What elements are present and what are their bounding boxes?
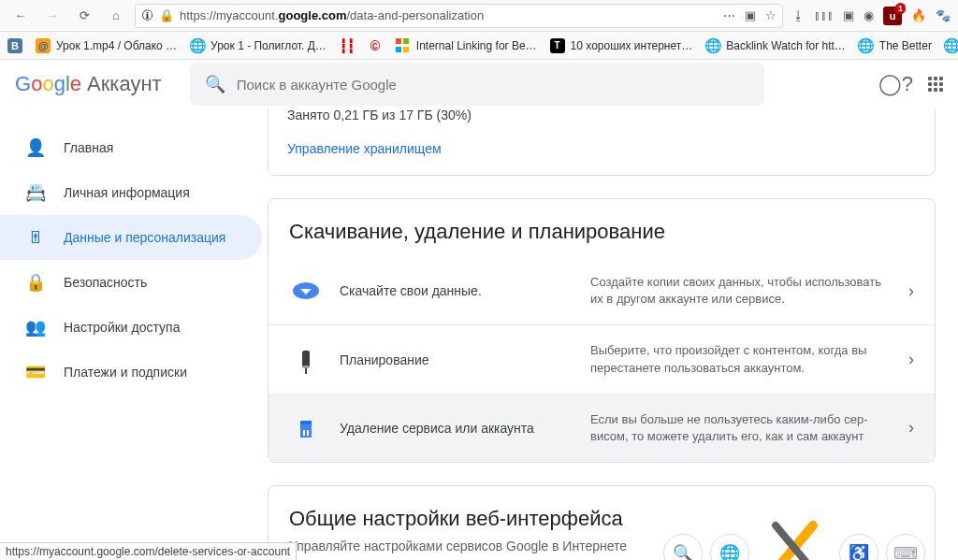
back-button[interactable]: ← <box>7 3 34 29</box>
bookmark-item[interactable]: T10 хороших интернет… <box>550 38 693 53</box>
svg-rect-6 <box>307 430 309 436</box>
bookmark-label: 10 хороших интернет… <box>571 39 693 52</box>
bookmark-label: Internal Linking for Be… <box>416 39 537 52</box>
shield-icon: 🛈 <box>141 8 153 22</box>
chevron-right-icon: › <box>908 281 914 301</box>
help-icon[interactable]: ◯? <box>878 72 913 96</box>
bookmark-item[interactable]: 🌐Нетология | Landing … <box>945 38 958 53</box>
sidebar: 👤Главная📇Личная информация🎚Данные и перс… <box>0 108 262 560</box>
sidebar-item-label: Данные и персонализация <box>64 230 225 245</box>
row-desc: Выберите, что произойдет с контентом, ко… <box>590 342 892 376</box>
sidebar-item-label: Главная <box>64 140 113 155</box>
sidebar-icon: 👥 <box>24 317 47 337</box>
ublock-icon[interactable]: u1 <box>883 7 902 25</box>
sidebar-icon: 👤 <box>24 137 47 158</box>
bookmark-item[interactable]: 🌐The Better <box>859 38 932 53</box>
main: Занято 0,21 ГБ из 17 ГБ (30%) Управление… <box>262 108 958 560</box>
apps-grid-icon[interactable] <box>928 77 943 92</box>
storage-manage-link[interactable]: Управление хранилищем <box>287 141 442 156</box>
input-icon: ⌨ <box>886 534 925 560</box>
ublock-badge: 1 <box>895 3 906 14</box>
pocket-icon[interactable]: ◉ <box>864 8 874 22</box>
favicon: T <box>550 38 565 53</box>
favicon: @ <box>36 38 51 53</box>
search-input[interactable] <box>237 77 749 93</box>
svg-rect-5 <box>303 430 305 436</box>
language-icon: 🌐 <box>710 534 749 560</box>
sidebar-item-1[interactable]: 📇Личная информация <box>0 170 262 215</box>
favicon <box>396 38 411 53</box>
bookmark-item[interactable]: 🌐Урок 1 - Полиглот. Д… <box>190 38 327 53</box>
sidebar-icon: 📇 <box>24 182 47 203</box>
row-desc: Создайте копии своих данных, чтобы испол… <box>590 274 892 308</box>
bookmark-item[interactable]: Internal Linking for Be… <box>396 38 537 53</box>
favicon: ┇┇ <box>340 38 355 53</box>
bookmarks-bar: B@Урок 1.mp4 / Облако …🌐Урок 1 - Полигло… <box>0 32 958 60</box>
row-icon <box>289 411 323 445</box>
bookmark-label: Backlink Watch for htt… <box>726 39 846 52</box>
bookmark-label: Урок 1 - Полиглот. Д… <box>210 39 327 52</box>
sidebar-item-label: Настройки доступа <box>64 320 180 335</box>
sidebar-icon: 🎚 <box>24 228 47 248</box>
favicon: © <box>368 38 383 53</box>
app-header: Google Аккаунт 🔍 ◯? <box>0 60 958 108</box>
star-icon[interactable]: ☆ <box>765 8 777 22</box>
favicon: 🌐 <box>190 38 205 53</box>
section-row-1[interactable]: ПланированиеВыберите, что произойдет с к… <box>269 324 935 393</box>
bookmark-item[interactable]: © <box>368 38 383 53</box>
account-label: Аккаунт <box>87 72 162 96</box>
status-bar: https://myaccount.google.com/delete-serv… <box>0 542 297 560</box>
svg-rect-1 <box>302 351 310 367</box>
sidebar-item-label: Личная информация <box>64 185 190 200</box>
bookmark-label: Урок 1.mp4 / Облако … <box>56 39 177 52</box>
search-box[interactable]: 🔍 <box>190 63 764 106</box>
download-section-title: Скачивание, удаление и планирование <box>269 199 935 257</box>
row-title: Скачайте свои данные. <box>340 283 573 298</box>
download-delete-card: Скачивание, удаление и планирование Скач… <box>268 198 936 463</box>
meatball-icon[interactable]: ⋯ <box>723 8 735 22</box>
sidebar-item-5[interactable]: 💳Платежи и подписки <box>0 350 262 395</box>
sidebar-item-3[interactable]: 🔒Безопасность <box>0 260 262 305</box>
downloads-icon[interactable]: ⭳ <box>792 8 805 22</box>
sidebar-item-0[interactable]: 👤Главная <box>0 125 262 170</box>
row-desc: Если вы больше не пользуетесь каким-либо… <box>590 411 892 445</box>
reader-icon[interactable]: ▣ <box>745 8 756 22</box>
bookmark-label: The Better <box>879 39 932 52</box>
storage-usage-text: Занято 0,21 ГБ из 17 ГБ (30%) <box>269 108 935 122</box>
chevron-right-icon: › <box>908 350 914 369</box>
chevron-right-icon: › <box>908 418 914 438</box>
bookmark-item[interactable]: ┇┇ <box>340 38 355 53</box>
home-button[interactable]: ⌂ <box>103 3 129 29</box>
svg-rect-2 <box>303 366 309 368</box>
paw-icon[interactable]: 🐾 <box>936 8 951 22</box>
reload-button[interactable]: ⟳ <box>71 3 97 29</box>
sidebar-icon[interactable]: ▣ <box>843 8 854 22</box>
sidebar-item-4[interactable]: 👥Настройки доступа <box>0 305 262 350</box>
bookmark-item[interactable]: 🌐Backlink Watch for htt… <box>705 38 846 53</box>
favicon: 🌐 <box>859 38 874 53</box>
section-row-2[interactable]: Удаление сервиса или аккаунтаЕсли вы бол… <box>269 394 935 462</box>
magnifier-icon: 🔍 <box>663 534 703 560</box>
forward-button[interactable]: → <box>39 3 65 29</box>
favicon: 🌐 <box>705 38 720 53</box>
row-title: Удаление сервиса или аккаунта <box>340 421 573 436</box>
sidebar-item-2[interactable]: 🎚Данные и персонализация <box>0 215 262 260</box>
section-row-0[interactable]: Скачайте свои данные.Создайте копии свои… <box>269 257 935 324</box>
favicon: B <box>7 38 22 53</box>
url-text: https://myaccount.google.com/data-and-pe… <box>180 8 712 22</box>
tools-svg-icon <box>757 516 832 560</box>
sidebar-icon: 🔒 <box>24 272 47 293</box>
sidebar-item-label: Безопасность <box>64 275 147 290</box>
library-icon[interactable]: ⫿⫿⫿ <box>814 8 834 22</box>
bookmark-item[interactable]: @Урок 1.mp4 / Облако … <box>36 38 177 53</box>
url-bar[interactable]: 🛈 🔒 https://myaccount.google.com/data-an… <box>135 4 783 28</box>
sidebar-item-label: Платежи и подписки <box>64 365 187 380</box>
favicon: 🌐 <box>945 38 958 53</box>
bookmark-item[interactable]: B <box>7 38 22 53</box>
tools-illustration: 🔍 🌐 ♿ ⌨ <box>663 516 925 560</box>
flame-icon[interactable]: 🔥 <box>911 8 926 22</box>
browser-nav-bar: ← → ⟳ ⌂ 🛈 🔒 https://myaccount.google.com… <box>0 0 958 32</box>
storage-card: Занято 0,21 ГБ из 17 ГБ (30%) Управление… <box>268 108 936 176</box>
google-logo[interactable]: Google <box>15 72 81 96</box>
web-settings-card: Общие настройки веб-интерфейса Управляйт… <box>268 485 936 560</box>
